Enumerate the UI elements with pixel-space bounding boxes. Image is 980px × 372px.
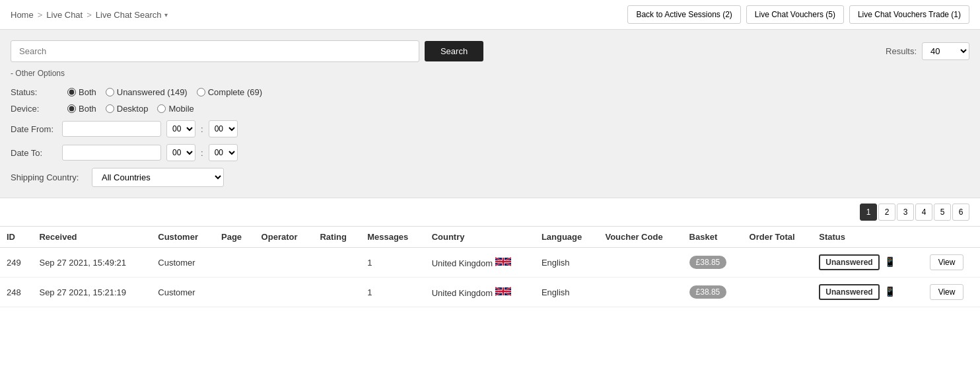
col-rating: Rating [313,227,361,248]
page-btn-5[interactable]: 5 [934,204,951,221]
col-order-total: Order Total [743,227,813,248]
cell-basket: £38.85 [683,278,743,307]
search-button[interactable]: Search [425,41,483,61]
view-button[interactable]: View [930,254,964,270]
device-both-label: Both [79,104,96,114]
table-row: 249 Sep 27 2021, 15:49:21 Customer 1 Uni… [0,248,980,278]
chevron-down-icon: ▾ [164,11,168,19]
cell-page [215,278,255,307]
page-btn-1[interactable]: 1 [860,204,877,221]
breadcrumb-sep-1: > [38,10,43,20]
status-unanswered-label: Unanswered (149) [117,87,188,97]
cell-id: 249 [0,248,32,278]
table-row: 248 Sep 27 2021, 15:21:19 Customer 1 Uni… [0,278,980,307]
device-mobile-radio[interactable] [157,104,166,113]
device-desktop-radio[interactable] [106,104,114,113]
shipping-country-row: Shipping Country: All Countries United K… [11,168,969,187]
cell-messages: 1 [361,278,425,307]
shipping-country-label: Shipping Country: [11,172,87,182]
table-header-row: ID Received Customer Page Operator Ratin… [0,227,980,248]
time-sep-1: : [201,124,203,134]
status-label: Status: [11,87,57,97]
device-mobile-label: Mobile [168,104,193,114]
page-btn-4[interactable]: 4 [915,204,932,221]
device-both-radio[interactable] [67,104,76,113]
date-to-label: Date To: [11,148,57,158]
breadcrumb-live-chat[interactable]: Live Chat [46,10,83,20]
col-basket: Basket [683,227,743,248]
view-button[interactable]: View [930,284,964,300]
col-messages: Messages [361,227,425,248]
status-badge: Unanswered [819,254,879,270]
cell-view[interactable]: View [919,278,980,307]
results-table: ID Received Customer Page Operator Ratin… [0,226,980,307]
device-label: Device: [11,104,57,114]
cell-received: Sep 27 2021, 15:49:21 [32,248,151,278]
cell-country: United Kingdom [425,248,535,278]
date-to-hour-select[interactable]: 0001061223 [166,144,195,161]
status-complete-label: Complete (69) [208,87,262,97]
flag-uk-icon [495,258,511,268]
page-btn-2[interactable]: 2 [878,204,895,221]
date-to-input[interactable] [62,145,161,161]
basket-badge: £38.85 [689,256,727,269]
date-from-input[interactable] [62,121,161,137]
search-input[interactable] [11,40,419,62]
device-both-option[interactable]: Both [67,104,96,114]
cell-messages: 1 [361,248,425,278]
breadcrumb-sep-2: > [87,10,92,20]
cell-operator [255,278,314,307]
device-radio-group: Both Desktop Mobile [67,104,194,114]
basket-badge: £38.85 [689,285,727,299]
status-badge: Unanswered [819,284,879,300]
date-from-minute-select[interactable]: 00153045 [209,120,238,137]
breadcrumb-home[interactable]: Home [11,10,34,20]
mobile-icon: 📱 [884,256,895,267]
date-from-hour-select[interactable]: 00010203 06121823 [166,120,195,137]
date-to-minute-select[interactable]: 00153045 [209,144,238,161]
top-bar: Home > Live Chat > Live Chat Search ▾ Ba… [0,0,980,30]
cell-view[interactable]: View [919,248,980,278]
shipping-country-select[interactable]: All Countries United Kingdom United Stat… [92,168,224,187]
col-language: Language [535,227,599,248]
page-btn-3[interactable]: 3 [897,204,914,221]
device-desktop-label: Desktop [117,104,149,114]
cell-order-total [743,248,813,278]
col-country: Country [425,227,535,248]
status-both-label: Both [79,87,96,97]
date-from-label: Date From: [11,124,57,134]
status-complete-option[interactable]: Complete (69) [197,87,262,97]
device-desktop-option[interactable]: Desktop [106,104,149,114]
cell-language: English [535,278,599,307]
search-panel: Search Results: 40 20 80 100 - Other Opt… [0,30,980,198]
cell-language: English [535,248,599,278]
cell-voucher [598,248,682,278]
other-options-toggle[interactable]: - Other Options [11,69,969,78]
results-label: Results: [886,46,917,56]
cell-basket: £38.85 [683,248,743,278]
cell-received: Sep 27 2021, 15:21:19 [32,278,151,307]
col-operator: Operator [255,227,314,248]
status-complete-radio[interactable] [197,88,205,96]
col-page: Page [215,227,255,248]
col-voucher: Voucher Code [598,227,682,248]
status-unanswered-option[interactable]: Unanswered (149) [106,87,188,97]
cell-rating [313,248,361,278]
cell-customer: Customer [151,248,215,278]
live-chat-vouchers-trade-button[interactable]: Live Chat Vouchers Trade (1) [849,5,969,24]
status-both-option[interactable]: Both [67,87,96,97]
status-unanswered-radio[interactable] [106,88,114,96]
mobile-icon: 📱 [884,286,895,297]
status-both-radio[interactable] [67,88,76,96]
status-radio-group: Both Unanswered (149) Complete (69) [67,87,262,97]
results-select[interactable]: 40 20 80 100 [922,42,969,60]
device-mobile-option[interactable]: Mobile [157,104,193,114]
device-filter-row: Device: Both Desktop Mobile [11,104,969,114]
live-chat-vouchers-button[interactable]: Live Chat Vouchers (5) [746,5,844,24]
time-sep-2: : [201,148,203,158]
cell-rating [313,278,361,307]
page-btn-6[interactable]: 6 [952,204,969,221]
status-filter-row: Status: Both Unanswered (149) Complete (… [11,87,969,97]
cell-order-total [743,278,813,307]
back-to-sessions-button[interactable]: Back to Active Sessions (2) [627,5,740,24]
